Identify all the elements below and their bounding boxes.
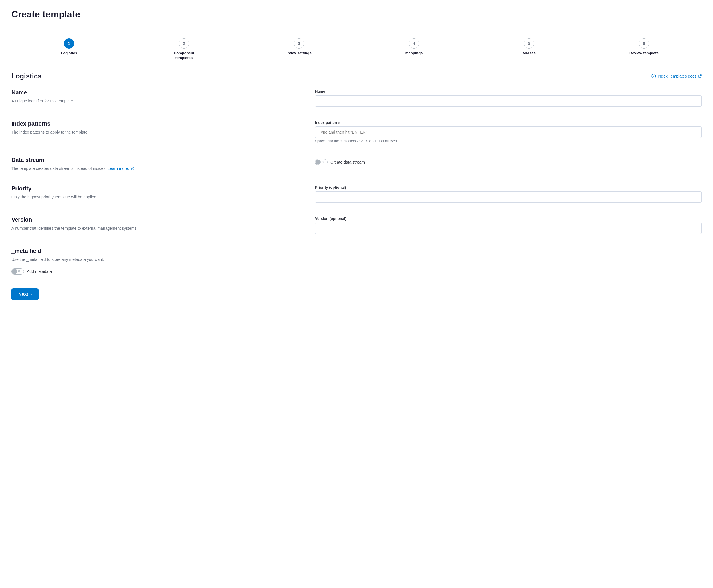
step-6[interactable]: 6 Review template [587, 38, 701, 56]
logistics-section-title: Logistics [12, 72, 41, 80]
data-stream-section-right: ✕ Create data stream [315, 157, 701, 165]
step-3-circle: 3 [294, 38, 304, 49]
index-patterns-heading: Index patterns [12, 120, 301, 127]
name-description: A unique identifier for this template. [12, 98, 301, 104]
data-stream-section: Data stream The template creates data st… [12, 157, 701, 172]
index-patterns-section: Index patterns The index patterns to app… [12, 120, 701, 143]
step-2-label: Componenttemplates [174, 51, 194, 61]
priority-section-right: Priority (optional) [315, 185, 701, 203]
stepper: 1 Logistics 2 Componenttemplates 3 Index… [12, 38, 701, 61]
index-patterns-label: Index patterns [315, 120, 701, 125]
name-label: Name [315, 89, 701, 93]
data-stream-toggle-x: ✕ [321, 161, 324, 164]
step-1-label: Logistics [61, 51, 77, 56]
priority-label: Priority (optional) [315, 185, 701, 190]
next-button-chevron-icon: › [30, 292, 32, 297]
name-heading: Name [12, 89, 301, 96]
index-patterns-section-left: Index patterns The index patterns to app… [12, 120, 301, 135]
learn-more-external-icon [131, 167, 134, 170]
data-stream-heading: Data stream [12, 157, 301, 163]
version-section: Version A number that identifies the tem… [12, 216, 701, 234]
index-patterns-hint: Spaces and the characters \ / ? " < > | … [315, 139, 701, 143]
index-patterns-description: The index patterns to apply to the templ… [12, 129, 301, 135]
index-patterns-input[interactable] [315, 126, 701, 138]
step-3-label: Index settings [286, 51, 311, 56]
step-4[interactable]: 4 Mappings [356, 38, 471, 56]
version-section-left: Version A number that identifies the tem… [12, 216, 301, 231]
data-stream-section-left: Data stream The template creates data st… [12, 157, 301, 172]
data-stream-toggle[interactable]: ✕ [315, 159, 328, 165]
logistics-header: Logistics i Index Templates docs [12, 72, 701, 80]
version-section-right: Version (optional) [315, 216, 701, 234]
version-description: A number that identifies the template to… [12, 225, 301, 231]
step-1[interactable]: 1 Logistics [12, 38, 126, 56]
next-button[interactable]: Next › [12, 288, 39, 300]
data-stream-learn-more[interactable]: Learn more. [107, 166, 134, 171]
name-section: Name A unique identifier for this templa… [12, 89, 701, 107]
meta-toggle-thumb [12, 269, 17, 274]
name-section-left: Name A unique identifier for this templa… [12, 89, 301, 104]
data-stream-description-text: The template creates data streams instea… [12, 166, 106, 171]
meta-field-description: Use the _meta field to store any metadat… [12, 256, 104, 262]
step-4-label: Mappings [405, 51, 423, 56]
name-input[interactable] [315, 95, 701, 107]
priority-description: Only the highest priority template will … [12, 194, 301, 200]
next-button-label: Next [18, 292, 28, 297]
meta-field-heading: _meta field [12, 248, 104, 254]
docs-link[interactable]: i Index Templates docs [651, 74, 701, 78]
svg-text:i: i [653, 75, 654, 78]
meta-toggle-row: ✕ Add metadata [12, 268, 52, 275]
version-heading: Version [12, 216, 301, 223]
step-6-circle: 6 [639, 38, 649, 49]
meta-toggle[interactable]: ✕ [12, 268, 24, 275]
priority-input[interactable] [315, 191, 701, 203]
step-6-label: Review template [629, 51, 659, 56]
data-stream-toggle-thumb [315, 160, 321, 165]
version-input[interactable] [315, 223, 701, 234]
data-stream-toggle-row: ✕ Create data stream [315, 159, 701, 165]
data-stream-description: The template creates data streams instea… [12, 166, 301, 172]
name-section-right: Name [315, 89, 701, 107]
meta-toggle-label: Add metadata [27, 269, 52, 274]
page-title: Create template [12, 9, 701, 20]
index-patterns-section-right: Index patterns Spaces and the characters… [315, 120, 701, 143]
meta-toggle-x: ✕ [18, 270, 20, 273]
step-5[interactable]: 5 Aliases [471, 38, 587, 56]
step-4-circle: 4 [409, 38, 419, 49]
external-link-icon [698, 75, 701, 78]
priority-heading: Priority [12, 185, 301, 192]
step-2-circle: 2 [179, 38, 189, 49]
step-5-label: Aliases [523, 51, 536, 56]
docs-icon: i [651, 74, 656, 78]
step-3[interactable]: 3 Index settings [242, 38, 356, 56]
priority-section: Priority Only the highest priority templ… [12, 185, 701, 203]
meta-field-section: _meta field Use the _meta field to store… [12, 248, 701, 275]
step-1-circle: 1 [64, 38, 74, 49]
meta-field-section-top: _meta field Use the _meta field to store… [12, 248, 104, 262]
step-5-circle: 5 [524, 38, 534, 49]
docs-link-text: Index Templates docs [658, 74, 696, 78]
version-label: Version (optional) [315, 216, 701, 221]
step-2[interactable]: 2 Componenttemplates [126, 38, 242, 61]
priority-section-left: Priority Only the highest priority templ… [12, 185, 301, 200]
data-stream-toggle-label: Create data stream [330, 160, 365, 165]
